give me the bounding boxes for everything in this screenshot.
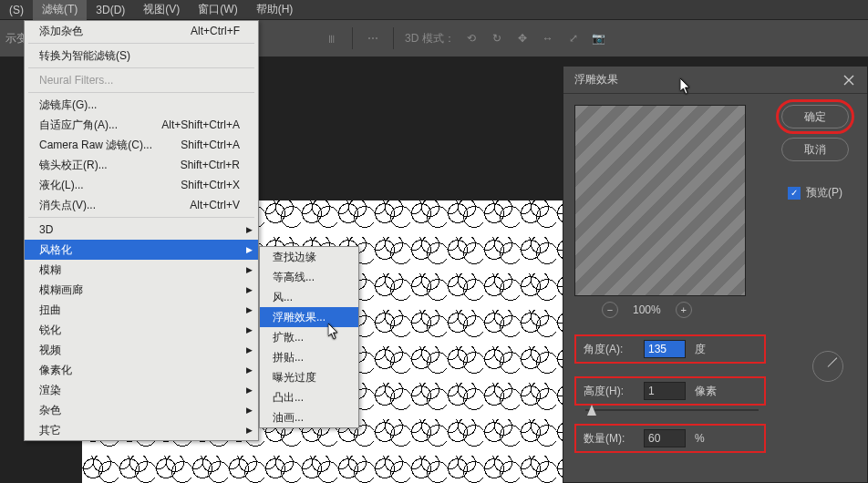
amount-input[interactable] [644, 429, 686, 447]
zoom-in-icon[interactable]: + [676, 302, 692, 318]
menu-smart-filter[interactable]: 转换为智能滤镜(S) [25, 46, 258, 66]
emboss-dialog: 浮雕效果 − 100% + 角度(A): 度 高度(H): 像素 数量(M) [563, 66, 868, 483]
menu-lens[interactable]: 镜头校正(R)... Shift+Ctrl+R [25, 155, 258, 175]
menu-group-render[interactable]: 渲染▶ [25, 380, 258, 400]
submenu-emboss[interactable]: 浮雕效果... [260, 307, 358, 327]
menu-liquify[interactable]: 液化(L)... Shift+Ctrl+X [25, 175, 258, 195]
amount-label: 数量(M): [584, 431, 638, 447]
preview-label: 预览(P) [806, 185, 842, 200]
dialog-body: − 100% + 角度(A): 度 高度(H): 像素 数量(M): % 确定 … [563, 94, 867, 464]
submenu-tiles[interactable]: 拼贴... [260, 347, 358, 367]
orbit-icon[interactable]: ⟲ [462, 29, 480, 47]
chevron-right-icon: ▶ [246, 285, 253, 294]
pan-icon[interactable]: ✥ [513, 29, 532, 47]
chevron-right-icon: ▶ [246, 406, 253, 415]
bars-icon[interactable]: ⫼ [323, 29, 341, 47]
separator [28, 67, 254, 68]
preview-checkbox-row[interactable]: ✓ 预览(P) [788, 185, 842, 200]
menu-neural[interactable]: Neural Filters... [25, 70, 258, 90]
menu-group-blur-gallery[interactable]: 模糊画廊▶ [25, 280, 258, 300]
zoom-out-icon[interactable]: − [602, 302, 618, 318]
dialog-title: 浮雕效果 [574, 72, 618, 87]
label: 消失点(V)... [39, 198, 96, 213]
slide-icon[interactable]: ↔ [539, 29, 557, 47]
menu-group-sharpen[interactable]: 锐化▶ [25, 320, 258, 340]
menu-window[interactable]: 窗口(W) [189, 0, 246, 20]
scale-icon[interactable]: ⤢ [564, 29, 583, 47]
menu-gallery[interactable]: 滤镜库(G)... [25, 95, 258, 115]
preview-texture [575, 106, 745, 295]
menu-view[interactable]: 视图(V) [134, 0, 189, 20]
label: 渲染 [39, 383, 61, 398]
rotate-icon[interactable]: ↻ [488, 29, 506, 47]
filter-dropdown: 添加杂色 Alt+Ctrl+F 转换为智能滤镜(S) Neural Filter… [24, 20, 259, 441]
dialog-titlebar[interactable]: 浮雕效果 [563, 67, 867, 94]
camera-icon[interactable]: 📷 [590, 29, 608, 47]
chevron-right-icon: ▶ [246, 426, 253, 435]
label: 其它 [39, 423, 61, 438]
label: 转换为智能滤镜(S) [39, 48, 130, 64]
label: 镜头校正(R)... [39, 158, 108, 173]
shortcut: Shift+Ctrl+A [181, 139, 240, 151]
menu-group-noise[interactable]: 杂色▶ [25, 400, 258, 420]
mode-3d-label: 3D 模式： [405, 31, 455, 46]
label: 扭曲 [39, 303, 61, 318]
menu-group-pixelate[interactable]: 像素化▶ [25, 360, 258, 380]
height-slider[interactable] [585, 409, 759, 411]
menu-vanishing[interactable]: 消失点(V)... Alt+Ctrl+V [25, 195, 258, 215]
height-label: 高度(H): [584, 384, 638, 399]
label: Neural Filters... [39, 74, 113, 87]
more-icon[interactable]: ⋯ [364, 29, 382, 47]
angle-needle [828, 357, 838, 367]
submenu-wind[interactable]: 风... [260, 287, 358, 307]
checkbox-icon[interactable]: ✓ [788, 187, 801, 200]
menu-group-other[interactable]: 其它▶ [25, 420, 258, 440]
submenu-find-edges[interactable]: 查找边缘 [260, 247, 358, 267]
height-row: 高度(H): 像素 [574, 376, 766, 406]
chevron-right-icon: ▶ [246, 245, 253, 254]
separator [393, 27, 394, 49]
menu-group-distort[interactable]: 扭曲▶ [25, 300, 258, 320]
label: 液化(L)... [39, 178, 84, 193]
angle-dial[interactable] [812, 351, 843, 382]
menu-group-video[interactable]: 视频▶ [25, 340, 258, 360]
submenu-diffuse[interactable]: 扩散... [260, 327, 358, 347]
separator [28, 43, 254, 44]
menu-help[interactable]: 帮助(H) [247, 0, 303, 20]
label: 模糊 [39, 262, 61, 278]
angle-input[interactable] [644, 340, 686, 358]
preview-box[interactable] [574, 105, 746, 296]
menu-3d[interactable]: 3D(D) [87, 1, 134, 19]
chevron-right-icon: ▶ [246, 225, 253, 234]
label: 锐化 [39, 323, 61, 338]
submenu-solarize[interactable]: 曝光过度 [260, 367, 358, 387]
separator [28, 92, 254, 93]
menu-filter[interactable]: 滤镜(T) [33, 0, 87, 20]
separator [28, 217, 254, 218]
label: 模糊画廊 [39, 283, 83, 298]
menu-group-3d[interactable]: 3D▶ [25, 220, 258, 240]
cancel-button[interactable]: 取消 [781, 138, 849, 161]
amount-unit: % [695, 432, 705, 445]
submenu-oil[interactable]: 油画... [260, 407, 358, 427]
submenu-contour[interactable]: 等高线... [260, 267, 358, 287]
shortcut: Shift+Ctrl+R [181, 159, 240, 171]
height-input[interactable] [644, 382, 686, 400]
ok-button[interactable]: 确定 [781, 105, 849, 128]
slider-thumb[interactable] [587, 405, 596, 416]
chevron-right-icon: ▶ [246, 345, 253, 355]
submenu-extrude[interactable]: 凸出... [260, 387, 358, 407]
menu-group-blur[interactable]: 模糊▶ [25, 260, 258, 280]
chevron-right-icon: ▶ [246, 265, 253, 274]
height-unit: 像素 [695, 384, 717, 399]
menu-group-stylize[interactable]: 风格化▶ [25, 240, 258, 260]
menu-last-filter[interactable]: 添加杂色 Alt+Ctrl+F [25, 21, 258, 41]
label: 杂色 [39, 403, 61, 418]
amount-row: 数量(M): % [574, 424, 766, 453]
menu-camera-raw[interactable]: Camera Raw 滤镜(C)... Shift+Ctrl+A [25, 135, 258, 155]
menu-adaptive[interactable]: 自适应广角(A)... Alt+Shift+Ctrl+A [25, 115, 258, 135]
label: 添加杂色 [39, 24, 83, 39]
close-icon[interactable] [842, 73, 856, 87]
menu-prev[interactable]: (S) [0, 1, 33, 19]
chevron-right-icon: ▶ [246, 385, 253, 395]
